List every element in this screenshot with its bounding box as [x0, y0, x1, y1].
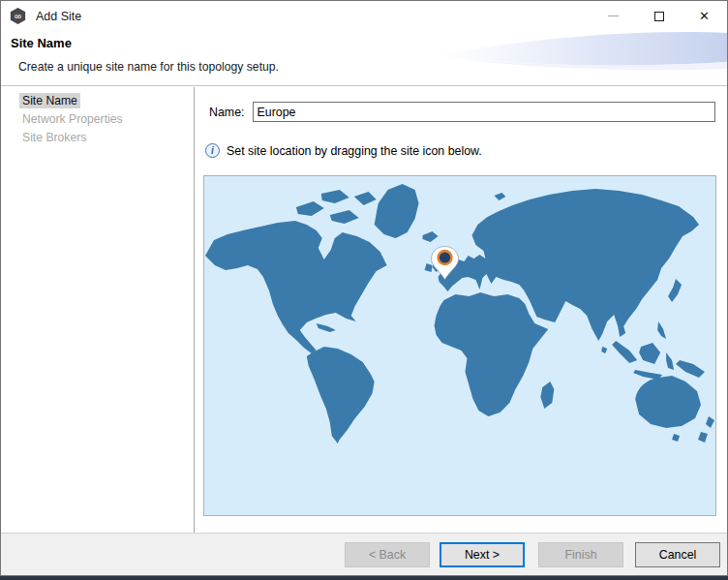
minimize-button [591, 1, 636, 31]
sidebar-item-label: Site Brokers [19, 130, 89, 145]
name-label: Name: [209, 106, 245, 119]
sidebar-item-label: Network Properties [19, 111, 126, 127]
back-button: < Back [345, 542, 430, 567]
window-controls: ✕ [591, 1, 727, 31]
name-field-row: Name: [209, 102, 715, 122]
minimize-icon [608, 15, 619, 16]
sidebar-item-site-brokers: Site Brokers [19, 131, 194, 145]
app-icon: ∞ [10, 8, 26, 24]
info-message-row: i Set site location by dragging the site… [205, 143, 482, 158]
wizard-steps-sidebar: Site Name Network Properties Site Broker… [1, 87, 195, 533]
page-description: Create a unique site name for this topol… [18, 60, 279, 74]
sidebar-item-site-name[interactable]: Site Name [19, 94, 194, 108]
close-button[interactable]: ✕ [682, 1, 727, 31]
desktop-background-strip [0, 576, 728, 580]
continents [205, 184, 714, 443]
next-button[interactable]: Next > [440, 542, 525, 567]
header-decoration [408, 27, 727, 76]
main-content: Name: i Set site location by dragging th… [195, 87, 727, 533]
info-text: Set site location by dragging the site i… [227, 144, 482, 158]
info-icon: i [205, 143, 220, 158]
maximize-icon [654, 12, 664, 21]
world-map[interactable] [203, 175, 716, 516]
site-name-input[interactable] [253, 102, 715, 122]
wizard-header: Site Name Create a unique site name for … [1, 31, 727, 86]
title-bar[interactable]: ∞ Add Site ✕ [1, 1, 727, 31]
sidebar-item-label: Site Name [19, 93, 80, 108]
sidebar-item-network-properties: Network Properties [19, 112, 194, 127]
add-site-dialog: ∞ Add Site ✕ Si [0, 0, 728, 576]
close-icon: ✕ [699, 10, 710, 22]
window-title: Add Site [36, 10, 81, 23]
maximize-button[interactable] [636, 1, 682, 31]
cancel-button[interactable]: Cancel [635, 542, 720, 567]
world-map-svg [204, 176, 715, 515]
page-title: Site Name [11, 36, 72, 50]
button-bar: < Back Next > Finish Cancel [1, 533, 727, 575]
finish-button: Finish [538, 542, 623, 567]
